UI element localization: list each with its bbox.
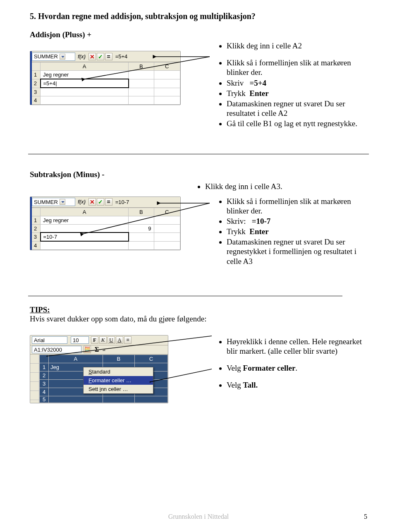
tips-step-3: Velg Tall. [227,380,367,390]
formula-bar-value: =5+4 [113,53,128,60]
menu-item-standard[interactable]: Standard [84,367,153,376]
add-step-4: Trykk Enter [227,89,367,98]
footer-center: Grunnskolen i Nittedal [168,513,229,520]
tips-intro: Hvis svaret dukker opp som dato, må du g… [30,314,206,323]
sub-step-3: Skriv: =10-7 [227,216,367,226]
italic-button: K [99,336,107,344]
sub-step-1: Klikk deg inn i celle A3. [205,182,367,191]
add-step-6: Gå til celle B1 og lag et nytt regnestyk… [227,119,367,128]
equals-icon: = [102,347,105,353]
footer-page-number: 5 [364,513,367,520]
add-step-3: Skriv =5+4 [227,78,367,88]
dropdown-icon [60,54,65,60]
addition-title: Addisjon (Pluss) + [30,30,367,39]
font-color-button: A [116,336,123,344]
tips-step-2: Velg Formater celler. [227,363,367,373]
subtraction-title: Subtraksjon (Minus) - [30,170,367,179]
namebox-value: SUMMER [34,53,58,60]
accept-icon: ✓ [97,53,104,60]
align-button: ≡ [124,336,132,344]
tips-step-1: Høyreklikk i denne cellen. Hele regneark… [227,337,367,356]
dropdown-icon [60,199,65,205]
menu-item-formater-celler[interactable]: Formater celler … [84,376,153,385]
screenshot-subtraction: SUMMER f(x) ✕ ✓ = =10-7 ABC 1Jeg regner … [30,197,181,250]
cells-grid: ABC 1Jeg regner 2=5+4| 3 4 [30,62,180,105]
section-heading: 5. Hvordan regne med addisjon, subtraksj… [30,12,367,21]
sub-step-2: Klikk så i formellinjen slik at markøren… [227,197,367,216]
equals-icon: = [105,198,112,206]
page-footer: Grunnskolen i Nittedal 5 [0,513,397,520]
cancel-icon: ✕ [88,53,96,60]
menu-item-sett-inn-celler[interactable]: Sett inn celler … [84,385,153,393]
screenshot-addition: SUMMER f(x) ✕ ✓ = =5+4 ABC 1Jeg regner 2… [30,51,181,105]
add-step-2: Klikk så i formellinjen slik at markøren… [227,58,367,77]
side-toolbar [30,355,39,403]
add-step-1: Klikk deg inn i celle A2 [227,41,367,50]
accept-icon: ✓ [97,198,104,206]
underline-button: U [108,336,115,344]
equals-icon: = [105,53,112,60]
wizard-icon: 🧮 [84,346,91,353]
cell-a2: =5+4| [41,79,129,88]
sigma-icon: Σ [91,346,102,353]
fx-icon: f(x) [75,199,88,205]
cell-reference: A1:IV32000 [34,347,62,353]
formula-bar-value: =10-7 [113,199,129,205]
add-step-5: Datamaskinen regner ut svaret Du ser res… [227,99,367,118]
cells-grid: ABC 1Jeg regner 29 3=10-7 4 [30,208,180,250]
cancel-icon: ✕ [88,198,96,206]
cell-a3: =10-7 [41,232,129,241]
tips-label: TIPS: [30,305,50,314]
fx-icon: f(x) [75,54,88,60]
screenshot-format-cells: Arial 10 F K U A ≡ A1:IV32000 🧮 Σ = ABC … [30,335,168,403]
bold-button: F [91,336,98,344]
sub-step-5: Datamaskinen regner ut svaret Du ser reg… [227,237,367,266]
sub-step-4: Trykk Enter [227,227,367,236]
context-menu: Standard Formater celler … Sett inn cell… [83,367,153,394]
